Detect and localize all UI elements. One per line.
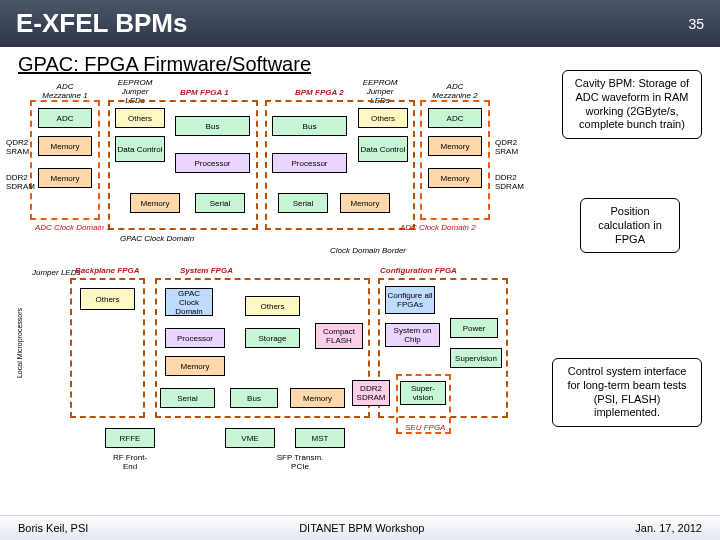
footer-author: Boris Keil, PSI bbox=[18, 522, 88, 534]
ddr2-sdram-block: DDR2 SDRAM bbox=[352, 380, 390, 406]
memory-block-3: Memory bbox=[130, 193, 180, 213]
storage-block: Storage bbox=[245, 328, 300, 348]
label-backplane-fpga: Backplane FPGA bbox=[75, 266, 139, 275]
soc-block: System on Chip bbox=[385, 323, 440, 347]
vme-block: VME bbox=[225, 428, 275, 448]
callout-position-calc: Position calculation in FPGA bbox=[580, 198, 680, 253]
data-control-1: Data Control bbox=[115, 136, 165, 162]
ddr2-label-left: DDR2 SDRAM bbox=[6, 173, 30, 191]
memory-block-5: Memory bbox=[428, 136, 482, 156]
bus-block-1: Bus bbox=[175, 116, 250, 136]
others-block-4: Others bbox=[245, 296, 300, 316]
adc-block-left: ADC bbox=[38, 108, 92, 128]
adc-block-right: ADC bbox=[428, 108, 482, 128]
bus-block-2: Bus bbox=[272, 116, 347, 136]
bus-block-3: Bus bbox=[230, 388, 278, 408]
footer-event: DITANET BPM Workshop bbox=[299, 522, 424, 534]
page-number: 35 bbox=[688, 16, 704, 32]
data-control-2: Data Control bbox=[358, 136, 408, 162]
label-seu-fpga: SEU FPGA bbox=[405, 423, 445, 432]
mst-block: MST bbox=[295, 428, 345, 448]
label-bpm-fpga1: BPM FPGA 1 bbox=[180, 88, 229, 97]
memory-block-4: Memory bbox=[340, 193, 390, 213]
qdr2-label-left: QDR2 SRAM bbox=[6, 138, 30, 156]
footer: Boris Keil, PSI DITANET BPM Workshop Jan… bbox=[0, 515, 720, 540]
footer-date: Jan. 17, 2012 bbox=[635, 522, 702, 534]
compact-flash-block: Compact FLASH bbox=[315, 323, 363, 349]
callout-cavity-bpm: Cavity BPM: Storage of ADC waveform in R… bbox=[562, 70, 702, 139]
ddr2-label-right: DDR2 SDRAM bbox=[495, 173, 519, 191]
label-adc-mez1: ADC Mezzanine 1 bbox=[40, 82, 90, 100]
serial-block-2: Serial bbox=[278, 193, 328, 213]
memory-block-2: Memory bbox=[38, 168, 92, 188]
processor-block-3: Processor bbox=[165, 328, 225, 348]
label-bpm-fpga2: BPM FPGA 2 bbox=[295, 88, 344, 97]
power-block: Power bbox=[450, 318, 498, 338]
rf-frontend-label: RF Front-End bbox=[108, 453, 152, 471]
others-block-3: Others bbox=[80, 288, 135, 310]
serial-block-1: Serial bbox=[195, 193, 245, 213]
qdr2-label-right: QDR2 SRAM bbox=[495, 138, 519, 156]
rffe-block: RFFE bbox=[105, 428, 155, 448]
local-uproc-label: Local Microprocessors bbox=[16, 308, 23, 378]
label-jumper-leds: Jumper LEDs bbox=[32, 268, 80, 277]
label-clock-border: Clock Domain Border bbox=[330, 246, 406, 255]
architecture-diagram: ADC Mezzanine 1 EEPROM Jumper LEDs BPM F… bbox=[0, 78, 720, 478]
supervision-block: Supervision bbox=[450, 348, 502, 368]
processor-block-1: Processor bbox=[175, 153, 250, 173]
configure-all-block: Configure all FPGAs bbox=[385, 286, 435, 314]
label-config-fpga: Configuration FPGA bbox=[380, 266, 457, 275]
label-system-fpga: System FPGA bbox=[180, 266, 233, 275]
page-title: E-XFEL BPMs bbox=[16, 8, 187, 39]
sfp-pcie-label: SFP Transm. PCIe bbox=[275, 453, 325, 471]
label-adc-mez2: ADC Mezzanine 2 bbox=[430, 82, 480, 100]
label-adc-clock-1: ADC Clock Domain 1 bbox=[35, 223, 111, 232]
memory-block-1: Memory bbox=[38, 136, 92, 156]
others-block-1: Others bbox=[115, 108, 165, 128]
gpac-clock-block: GPAC Clock Domain bbox=[165, 288, 213, 316]
callout-control-system: Control system interface for long-term b… bbox=[552, 358, 702, 427]
super-vision-block: Super- vision bbox=[400, 381, 446, 405]
label-adc-clock-2: ADC Clock Domain 2 bbox=[400, 223, 476, 232]
memory-block-6: Memory bbox=[428, 168, 482, 188]
others-block-2: Others bbox=[358, 108, 408, 128]
serial-block-3: Serial bbox=[160, 388, 215, 408]
processor-block-2: Processor bbox=[272, 153, 347, 173]
memory-block-8: Memory bbox=[290, 388, 345, 408]
label-gpac-clock: GPAC Clock Domain bbox=[120, 234, 194, 243]
memory-block-7: Memory bbox=[165, 356, 225, 376]
